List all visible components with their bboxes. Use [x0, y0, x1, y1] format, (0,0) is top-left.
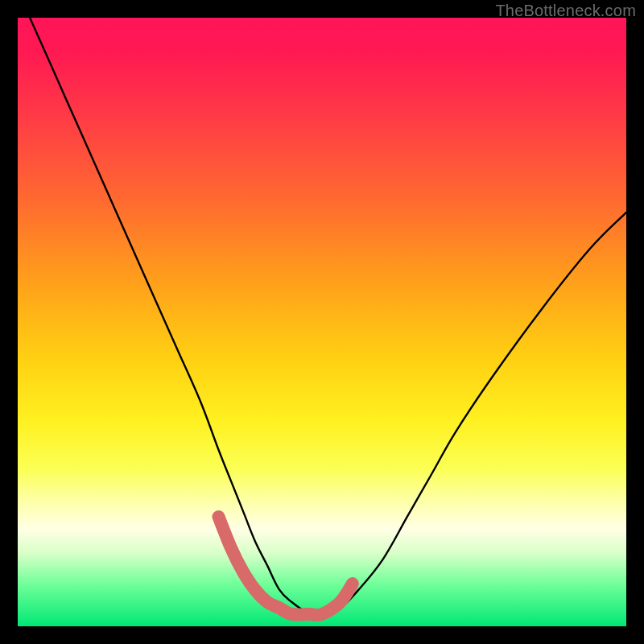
bottleneck-curve-path — [30, 18, 626, 615]
chart-svg — [18, 18, 626, 626]
watermark-text: TheBottleneck.com — [495, 2, 636, 20]
trough-highlight-path — [219, 517, 353, 615]
chart-plot-area — [18, 18, 626, 626]
outer-frame: TheBottleneck.com — [0, 0, 644, 644]
